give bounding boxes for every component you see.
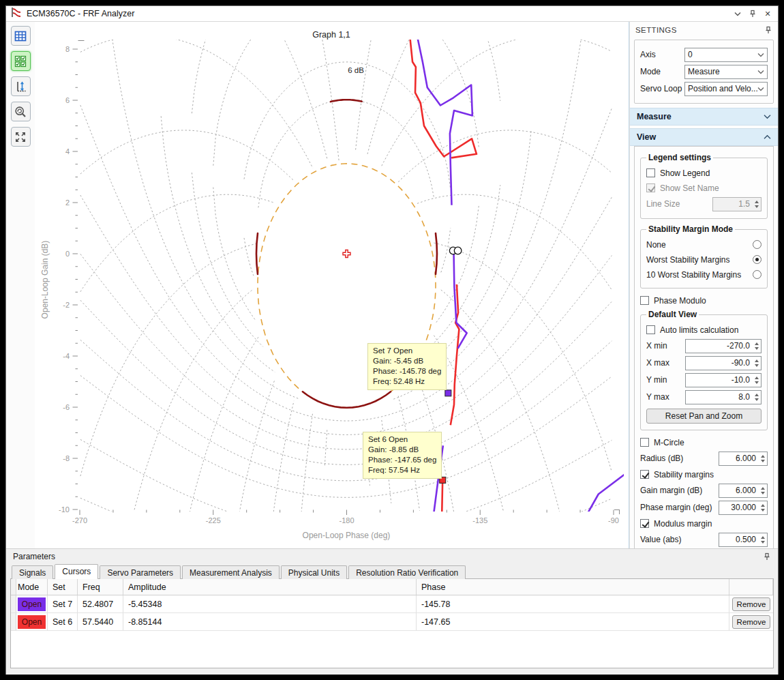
tab-cursors[interactable]: Cursors (55, 564, 98, 579)
line-size-label: Line Size (646, 199, 712, 209)
modulus-margin-row[interactable]: Modulus margin (640, 517, 768, 530)
col-mode[interactable]: Mode (16, 579, 48, 595)
pin-icon[interactable] (763, 552, 771, 561)
reset-pan-zoom-button[interactable]: Reset Pan and Zoom (646, 409, 762, 424)
freq-cell: 52.4807 (78, 595, 123, 612)
svg-text:-90: -90 (608, 516, 619, 524)
tooltip-gain: Gain: -5.45 dB (373, 356, 441, 366)
tab-servo-parameters[interactable]: Servo Parameters (100, 565, 181, 579)
m-circle-row[interactable]: M-Circle (640, 436, 768, 449)
svg-text:4: 4 (65, 147, 70, 156)
option-10worst-row[interactable]: 10 Worst Stability Margins (646, 268, 762, 281)
xmax-spinner[interactable]: -90.0 (685, 356, 762, 370)
cursors-table: Mode Set Freq Amplitude Phase Open Set 7… (10, 578, 774, 668)
worst-stability-radio[interactable] (753, 255, 762, 264)
radius-label: Radius (dB) (640, 454, 719, 463)
xmin-spinner[interactable]: -270.0 (685, 339, 762, 353)
option-worst-label: Worst Stability Margins (646, 255, 729, 265)
window-pin-button[interactable] (747, 8, 759, 20)
radius-value: 6.000 (719, 454, 758, 463)
phase-modulo-checkbox[interactable] (640, 296, 649, 305)
tab-resolution-ratio-verification[interactable]: Resolution Ratio Verification (348, 565, 466, 579)
mode-cell: Open (16, 595, 48, 612)
radius-spinner[interactable]: 6.000 (719, 452, 768, 466)
tooltip-set-name: Set 6 Open (368, 434, 436, 445)
none-radio[interactable] (753, 240, 762, 249)
graph-layout-button[interactable] (11, 51, 31, 71)
phase-margin-spinner[interactable]: 30.000 (719, 501, 768, 515)
app-window: ECM36570C - FRF Analyzer ✕ (5, 5, 779, 675)
mode-select[interactable]: Measure (684, 65, 768, 79)
stability-margins-row[interactable]: Stability margins (640, 468, 768, 481)
tab-measurement-analysis[interactable]: Measurement Analysis (182, 565, 280, 579)
remove-button[interactable]: Remove (732, 615, 770, 629)
show-legend-checkbox[interactable] (646, 168, 655, 177)
svg-text:-8: -8 (63, 454, 70, 462)
phase-modulo-row[interactable]: Phase Modulo (640, 294, 768, 307)
stability-margins-checkbox[interactable] (640, 470, 649, 479)
window-collapse-button[interactable] (732, 8, 744, 20)
modulus-margin-checkbox[interactable] (640, 519, 649, 528)
section-measure[interactable]: Measure (630, 108, 778, 125)
remove-button[interactable]: Remove (732, 597, 770, 611)
svg-text:-225: -225 (206, 516, 221, 524)
line-size-spinner[interactable]: 1.5 (712, 197, 762, 211)
gain-margin-spinner[interactable]: 6.000 (719, 484, 768, 498)
stability-margin-mode-title: Stability Margin Mode (646, 224, 735, 234)
tab-signals[interactable]: Signals (12, 565, 53, 579)
axis-scale-icon (14, 80, 27, 93)
phase-cell: -145.78 (417, 595, 729, 612)
phase-margin-row: Phase margin (deg)30.000 (640, 500, 768, 515)
col-freq[interactable]: Freq (78, 579, 123, 595)
auto-limits-checkbox[interactable] (646, 325, 655, 334)
line-size-value: 1.5 (713, 199, 752, 209)
window-close-button[interactable]: ✕ (762, 8, 774, 20)
freq-cell: 57.5440 (78, 613, 123, 630)
show-set-name-checkbox[interactable] (646, 183, 655, 192)
parameters-tabs: Signals Cursors Servo Parameters Measure… (10, 564, 774, 579)
col-phase[interactable]: Phase (417, 579, 729, 595)
nichols-chart[interactable]: -270-225-180-135-9086420-2-4-6-8-10Open-… (35, 22, 629, 548)
gain-margin-value: 6.000 (719, 486, 758, 495)
option-none-row[interactable]: None (646, 238, 762, 251)
servo-loop-select[interactable]: Position and Velo... (684, 82, 768, 96)
svg-text:6: 6 (65, 96, 70, 104)
ymax-spinner[interactable]: 8.0 (685, 390, 762, 404)
pin-icon[interactable] (764, 26, 772, 34)
option-worst-row[interactable]: Worst Stability Margins (646, 253, 762, 266)
left-toolbar (6, 22, 35, 548)
table-row: Open Set 6 57.5440 -8.85144 -147.65 Remo… (11, 613, 773, 631)
ymax-row: Y max8.0 (646, 389, 762, 404)
zoom-refresh-button[interactable] (11, 102, 31, 121)
xmin-row: X min-270.0 (646, 338, 762, 353)
table-view-button[interactable] (11, 26, 31, 46)
fullscreen-icon (14, 130, 27, 144)
axis-scale-button[interactable] (11, 76, 31, 96)
col-amplitude[interactable]: Amplitude (123, 579, 417, 595)
radius-row: Radius (dB)6.000 (640, 451, 768, 466)
value-abs-spinner[interactable]: 0.500 (719, 533, 768, 547)
axis-row: Axis 0 (640, 47, 768, 62)
ten-worst-stability-radio[interactable] (753, 270, 762, 279)
axis-select[interactable]: 0 (684, 48, 768, 62)
table-row: Open Set 7 52.4807 -5.45348 -145.78 Remo… (11, 595, 773, 613)
ymin-spinner[interactable]: -10.0 (685, 373, 762, 387)
col-set[interactable]: Set (48, 579, 78, 595)
settings-header: SETTINGS (630, 22, 778, 38)
ymax-label: Y max (646, 392, 685, 402)
chevron-up-icon (764, 134, 771, 140)
xmin-value: -270.0 (686, 341, 752, 351)
show-set-name-label: Show Set Name (660, 183, 719, 193)
svg-text:-10: -10 (59, 505, 70, 514)
ymax-value: 8.0 (686, 392, 752, 402)
tab-physical-units[interactable]: Physical Units (281, 565, 347, 579)
show-legend-row[interactable]: Show Legend (646, 166, 762, 179)
mode-cell: Open (16, 613, 48, 630)
svg-text:2: 2 (65, 198, 70, 207)
auto-limits-row[interactable]: Auto limits calculation (646, 323, 762, 336)
m-circle-checkbox[interactable] (640, 438, 649, 447)
svg-text:Open-Loop Phase (deg): Open-Loop Phase (deg) (303, 531, 391, 540)
graph-pane[interactable]: -270-225-180-135-9086420-2-4-6-8-10Open-… (35, 22, 629, 548)
section-view[interactable]: View (630, 128, 778, 146)
fullscreen-button[interactable] (11, 127, 31, 147)
